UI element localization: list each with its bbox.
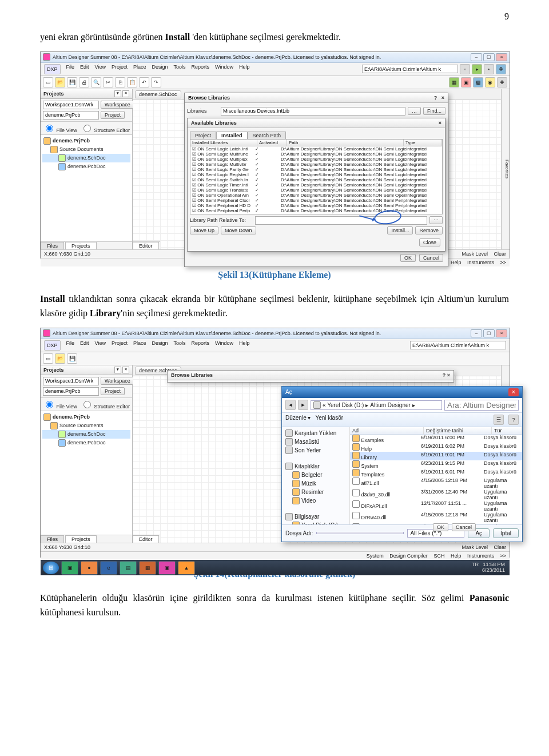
close-panel-icon[interactable]: × [122,90,129,97]
tab-deneme[interactable]: deneme.SchDoc [135,90,181,98]
project-tree[interactable]: deneme.PrjPcb Source Documents deneme.Sc… [41,411,132,535]
tool-icon[interactable]: ▦ [449,77,459,87]
min-icon[interactable]: – [471,329,482,337]
taskbar-item[interactable]: ▣ [61,561,78,575]
sb-help[interactable]: Help [451,260,462,265]
nav-item[interactable]: Yerel Disk (C:) [284,521,347,524]
breadcrumb[interactable]: « Yerel Disk (D:) ▸ Altium Designer ▸ [311,400,442,410]
menu-design[interactable]: Design [152,64,168,74]
col-type[interactable]: Tür [492,427,522,434]
pin-icon[interactable]: ▾ [114,90,121,97]
status-mask[interactable]: Mask Level [462,544,488,550]
tool-icon[interactable]: ✚ [497,77,507,87]
library-row[interactable]: ☑ ON Semi Logic Translato✓D:\Altium Desi… [190,188,442,193]
filename-input[interactable] [316,532,404,534]
redo-icon[interactable]: ↷ [151,77,161,87]
tree-source[interactable]: Source Documents [59,423,104,428]
sb-instruments[interactable]: Instruments [467,260,494,265]
menu-view[interactable]: View [95,340,106,351]
menu-help[interactable]: Help [239,340,250,351]
library-row[interactable]: ☑ ON Semi Logic Switch.In✓D:\Altium Desi… [190,177,442,182]
workspace-combo[interactable] [43,101,99,109]
tab-files[interactable]: Files [41,242,64,249]
col-libraries[interactable]: Installed Libraries [190,140,257,146]
menu-tools[interactable]: Tools [173,64,185,74]
cancel-button[interactable]: İptal [493,528,519,538]
project-combo[interactable] [43,387,99,396]
nav-item[interactable]: Resimler [284,488,347,496]
tool-icon[interactable]: ◉ [485,77,495,87]
radio-fileview[interactable]: File View [43,399,77,409]
status-clear[interactable]: Clear [494,251,506,257]
tab-projects[interactable]: Projects [65,535,97,543]
nav-item[interactable]: Kitaplıklar [284,462,347,471]
taskbar-clock[interactable]: TR 11:58 PM 6/23/2011 [472,562,507,574]
taskbar-item[interactable]: ● [81,561,98,575]
file-row[interactable]: DIFxAPI.dll12/17/2007 11:51 ...Uygulama … [350,500,522,512]
menu-project[interactable]: Project [112,64,128,74]
taskbar-item[interactable]: ▤ [120,561,137,575]
col-activated[interactable]: Activated [257,140,287,146]
sb-help[interactable]: Help [451,553,462,559]
menu-file[interactable]: File [66,64,75,74]
library-row[interactable]: ☑ ON Semi Power Amplifier✓D:\Altium Desi… [190,213,442,214]
nav-pane[interactable]: Karşıdan YüklenMasaüstüSon Yerler Kitapl… [282,427,350,524]
taskbar-item[interactable]: ▲ [178,561,195,575]
library-row[interactable]: ☑ ON Semi Logic Timer.Intl✓D:\Altium Des… [190,182,442,188]
file-row[interactable]: d3dx9_30.dll3/31/2006 12:40 PMUygulama u… [350,489,522,500]
browse-path-button[interactable]: ⋯ [429,216,443,224]
tool-icon[interactable]: ❖ [496,64,506,74]
close-button[interactable]: Close [419,238,440,246]
organize-button[interactable]: Düzenle ▾ [285,415,311,425]
nav-item[interactable]: Masaüstü [284,437,347,446]
menu-view[interactable]: View [95,64,106,74]
tree-sch[interactable]: deneme.SchDoc [67,431,106,437]
library-row[interactable]: ☑ ON Semi Peripheral Clocl✓D:\Altium Des… [190,198,442,203]
remove-button[interactable]: Remove [415,226,443,234]
menu-edit[interactable]: Edit [80,64,89,74]
window-controls[interactable]: – ▢ × [471,53,507,61]
menu-reports[interactable]: Reports [191,340,209,351]
crumb-disk[interactable]: « Yerel Disk (D:) [323,402,364,408]
taskbar-item[interactable]: e [100,561,117,575]
newfolder-button[interactable]: Yeni klasör [315,415,343,425]
cancel-button[interactable]: Cancel [452,523,476,531]
library-row[interactable]: ☑ ON Semi Peripheral HD D✓D:\Altium Desi… [190,203,442,208]
moveup-button[interactable]: Move Up [190,226,218,234]
sb-system[interactable]: System [367,553,384,559]
editor-area[interactable]: deneme.SchDoc Browse Libraries? × Aç × ◄… [133,365,501,543]
tab-projects[interactable]: Projects [65,242,97,249]
dxp-icon[interactable]: DXP [44,340,61,351]
ok-button[interactable]: OK [433,523,448,531]
tree-pcb[interactable]: deneme.PcbDoc [67,440,106,445]
cut-icon[interactable]: ✂ [103,77,113,87]
save-icon[interactable]: 💾 [67,353,77,364]
print-icon[interactable]: 🖨 [79,77,89,87]
status-clear[interactable]: Clear [494,544,506,550]
window-controls[interactable]: – ▢ × [471,329,507,337]
menu-window[interactable]: Window [215,64,233,74]
menu-tools[interactable]: Tools [173,340,185,351]
library-row[interactable]: ☑ ON Semi Peripheral Perip✓D:\Altium Des… [190,208,442,213]
taskbar-item[interactable]: ▣ [158,561,176,575]
tool-icon[interactable]: ▣ [461,77,471,87]
file-row[interactable]: Examples6/19/2011 6:00 PMDosya klasörü [350,435,522,443]
library-row[interactable]: ☑ ON Semi Logic Register.I✓D:\Altium Des… [190,172,442,177]
new-file-icon[interactable]: ▭ [43,77,53,87]
min-icon[interactable]: – [471,53,482,61]
browse-button[interactable]: … [408,107,421,115]
nav-item[interactable]: Video [284,496,347,505]
workspace-button[interactable]: Workspace [101,377,134,385]
path-field[interactable] [362,65,458,73]
tab-installed[interactable]: Installed [216,132,248,139]
relpath-input[interactable] [255,216,427,225]
crumb-altium[interactable]: Altium Designer [370,402,411,408]
file-list[interactable]: Ad Değiştirme tarihi Tür Examples6/19/20… [350,427,522,524]
nav-item[interactable] [284,455,347,462]
tree-sch[interactable]: deneme.SchDoc [67,155,106,161]
help-icon[interactable]: ? [508,415,519,425]
file-row[interactable]: Library6/19/2011 9:01 PMDosya klasörü [350,452,522,460]
path-field[interactable] [410,341,506,349]
forward-icon[interactable]: ► [298,400,308,410]
nav-icon[interactable]: ◦ [460,64,470,74]
